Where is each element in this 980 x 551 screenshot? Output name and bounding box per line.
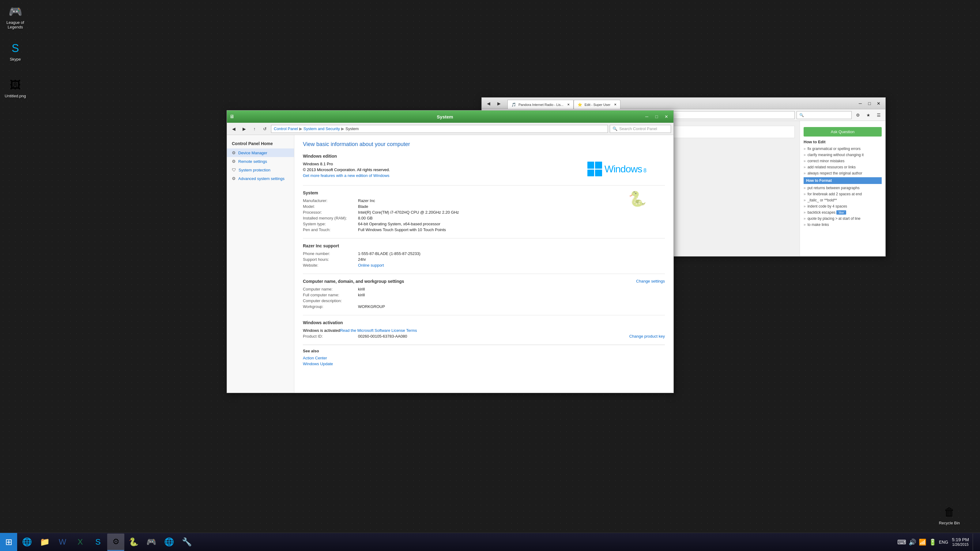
windows-logo-version: 8: [643, 167, 646, 173]
taskbar-ie2[interactable]: 🌐: [161, 534, 178, 551]
website-row: Website: Online support: [303, 263, 665, 268]
activation-title: Windows activation: [303, 320, 665, 325]
back-button[interactable]: ◀: [229, 125, 238, 133]
see-also-section: See also Action Center Windows Update: [303, 345, 665, 366]
skype-label: Skype: [10, 57, 21, 62]
website-label: Website:: [303, 263, 358, 268]
superuser-tab-label: Edit - Super User: [585, 103, 610, 106]
phone-label: Phone number:: [303, 251, 358, 256]
activation-status: Windows is activated: [303, 328, 340, 333]
license-link[interactable]: Read the Microsoft Software License Term…: [340, 328, 417, 333]
windows-version: Windows 8.1 Pro: [303, 162, 333, 166]
device-manager-icon: ⚙: [232, 150, 236, 155]
volume-icon[interactable]: 🔊: [908, 538, 916, 546]
superuser-tab-close[interactable]: ✕: [614, 103, 616, 106]
browser-tab-superuser[interactable]: ⭐ Edit - Super User ✕: [574, 100, 620, 109]
hours-label: Support hours:: [303, 257, 358, 262]
window-controls: ─ □ ✕: [642, 112, 671, 121]
forward-button[interactable]: ▶: [240, 125, 248, 133]
divider-1: [303, 185, 665, 186]
system-type-value: 64-bit Operating System, x64-based proce…: [358, 222, 441, 226]
change-settings-link[interactable]: Change settings: [636, 279, 665, 283]
windows-edition-section: Windows edition Windows 8.1 Pro © 2013 M…: [303, 154, 665, 179]
windows-copyright-row: © 2013 Microsoft Corporation. All rights…: [303, 167, 390, 172]
recycle-bin[interactable]: 🗑 Recycle Bin: [937, 503, 962, 527]
maximize-button[interactable]: □: [652, 112, 661, 121]
address-path[interactable]: Control Panel ▶ System and Security ▶ Sy…: [271, 125, 608, 133]
change-key-link[interactable]: Change product key: [629, 334, 665, 338]
taskbar-clock[interactable]: 5:19 PM 1/26/2015: [952, 537, 969, 547]
taskbar-lol[interactable]: 🎮: [143, 534, 160, 551]
format-item-1: » put returns between paragraphs: [803, 186, 882, 190]
search-icon: 🔍: [612, 126, 617, 131]
website-link[interactable]: Online support: [358, 263, 384, 268]
browser-window-controls: ─ □ ✕: [856, 100, 883, 108]
browser-maximize[interactable]: □: [865, 100, 874, 108]
page-header: View basic information about your comput…: [303, 141, 665, 149]
ram-row: Installed memory (RAM): 8.00 GB: [303, 216, 665, 221]
manufacturer-label: Manufacturer:: [303, 198, 358, 203]
pandora-tab-close[interactable]: ✕: [567, 103, 570, 106]
system-window: 🖥 System ─ □ ✕ ◀ ▶ ↑ ↺ Control Panel ▶ S…: [227, 110, 674, 393]
show-desktop-button[interactable]: [973, 534, 976, 551]
taskbar-razer[interactable]: 🐍: [125, 534, 142, 551]
edit-item-4-text: add related resources or links: [808, 165, 856, 169]
minimize-button[interactable]: ─: [642, 112, 651, 121]
lol-label: League of Legends: [4, 20, 26, 29]
taskbar-file-explorer[interactable]: 📁: [36, 534, 53, 551]
taskbar-tools[interactable]: 🔧: [178, 534, 196, 551]
taskbar-ie[interactable]: 🌐: [18, 534, 35, 551]
browser-close[interactable]: ✕: [874, 100, 883, 108]
desktop-icon-untitled[interactable]: 🖼 Untitled.png: [3, 76, 27, 100]
clock-time: 5:19 PM: [952, 537, 969, 543]
phone-value: 1-555-87-BLADE (1-855-87-25233): [358, 251, 420, 256]
windows-version-row: Windows 8.1 Pro: [303, 162, 390, 166]
desktop-icon-lol[interactable]: 🎮 League of Legends: [3, 3, 27, 30]
activation-status-row: Windows is activated Read the Microsoft …: [303, 328, 665, 333]
control-panel-icon: ⚙: [112, 537, 119, 546]
workgroup-row: Workgroup: WORKGROUP: [303, 304, 665, 309]
browser-back-button[interactable]: ◀: [484, 99, 493, 108]
main-content: View basic information about your comput…: [294, 135, 673, 393]
system-type-row: System type: 64-bit Operating System, x6…: [303, 222, 665, 226]
activation-section: Windows activation Windows is activated …: [303, 320, 665, 338]
windows-upgrade-link[interactable]: Get more features with a new edition of …: [303, 173, 390, 178]
network-icon[interactable]: 📶: [919, 538, 926, 546]
taskbar-skype[interactable]: S: [89, 534, 107, 551]
desktop-icon-skype[interactable]: S Skype: [3, 40, 27, 63]
path-system: System: [345, 126, 359, 131]
browser-tab-pandora[interactable]: 🎵 Pandora Internet Radio - Lis... ✕: [508, 100, 574, 109]
sidebar-item-advanced-settings[interactable]: ⚙ Advanced system settings: [227, 174, 294, 183]
browser-forward-button[interactable]: ▶: [495, 99, 503, 108]
see-also-windows-update[interactable]: Windows Update: [303, 362, 665, 366]
path-control-panel[interactable]: Control Panel: [274, 126, 298, 131]
path-system-security[interactable]: System and Security: [304, 126, 340, 131]
keyboard-icon: ⌨: [897, 538, 906, 546]
razer-support-title: Razer Inc support: [303, 243, 665, 248]
browser-star[interactable]: ★: [864, 111, 872, 119]
processor-row: Processor: Intel(R) Core(TM) i7-4702HQ C…: [303, 210, 665, 214]
edit-item-5-text: always respect the original author: [808, 171, 862, 175]
browser-settings[interactable]: ⚙: [854, 111, 862, 119]
start-button[interactable]: ⊞: [0, 533, 17, 551]
sidebar-item-system-protection[interactable]: 🛡 System protection: [227, 166, 294, 174]
browser-search-box[interactable]: 🔍: [797, 111, 852, 119]
taskbar-excel[interactable]: X: [72, 534, 89, 551]
taskbar-control-panel[interactable]: ⚙: [107, 534, 124, 551]
windows-upgrade-row[interactable]: Get more features with a new edition of …: [303, 173, 390, 178]
windows-logo-text: Windows: [605, 164, 642, 175]
browser-tools[interactable]: ☰: [874, 111, 883, 119]
search-box[interactable]: 🔍 Search Control Panel: [610, 125, 671, 133]
ask-question-button[interactable]: Ask Question: [803, 127, 882, 137]
format-item-7: » to make links: [803, 222, 882, 227]
sidebar-item-device-manager[interactable]: ⚙ Device Manager: [227, 148, 294, 157]
refresh-button[interactable]: ↺: [261, 125, 269, 133]
how-to-format-title: How to Format: [803, 177, 882, 184]
see-also-action-center[interactable]: Action Center: [303, 356, 665, 360]
browser-minimize[interactable]: ─: [856, 100, 865, 108]
sidebar-item-remote-settings[interactable]: ⚙ Remote settings: [227, 157, 294, 166]
up-button[interactable]: ↑: [250, 125, 259, 133]
recycle-bin-icon: 🗑: [942, 505, 957, 519]
close-button[interactable]: ✕: [662, 112, 671, 121]
taskbar-word[interactable]: W: [54, 534, 71, 551]
